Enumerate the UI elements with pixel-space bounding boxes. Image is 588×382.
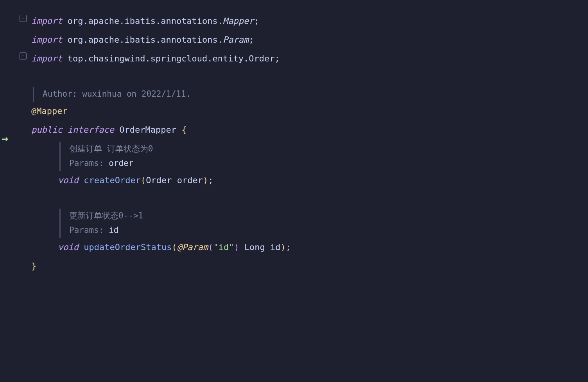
code-line: import org.apache.ibatis.annotations.Par… [31,31,588,49]
keyword-void: void [58,173,79,187]
doc-comment-block: Author: wuxinhua on 2022/1/11. [33,87,588,102]
doc-comment-line: Params: id [69,223,588,238]
keyword-void: void [58,240,79,254]
doc-comment-block: 更新订单状态0-->1 Params: id [59,209,588,238]
arrow-indicator-icon: → [2,130,8,148]
class-ref: Param [223,33,249,47]
param-name: id [270,240,281,254]
code-editor[interactable]: − − → import org.apache.ibatis.annotatio… [0,0,588,382]
code-line: @Mapper [31,102,588,121]
param-type: Order [146,173,172,187]
doc-comment-block: 创建订单 订单状态为0 Params: order [59,142,588,171]
string-literal: "id" [213,240,234,254]
package-path: org.apache.ibatis.annotations. [68,14,223,28]
param-name: order [177,173,203,187]
keyword-import: import [31,52,62,65]
code-line: import top.chasingwind.springcloud.entit… [31,49,588,68]
method-name: createOrder [84,173,141,187]
fold-icon[interactable]: − [20,15,27,22]
package-path: org.apache.ibatis.annotations. [68,33,223,47]
interface-name: OrderMapper [119,123,176,137]
code-content[interactable]: import org.apache.ibatis.annotations.Map… [28,0,588,382]
param-type: Long [244,240,265,254]
brace-open: { [181,123,186,137]
doc-comment-line: 更新订单状态0-->1 [69,209,588,223]
annotation-mapper: @Mapper [31,104,68,118]
keyword-interface: interface [68,123,114,137]
keyword-import: import [31,33,62,47]
code-line: import org.apache.ibatis.annotations.Map… [31,12,588,31]
doc-comment-line: 创建订单 订单状态为0 [69,142,588,157]
blank-line [31,68,588,87]
brace-close: } [31,259,36,273]
editor-gutter: − − → [0,0,28,382]
code-line: public interface OrderMapper { [31,121,588,139]
fold-icon[interactable]: − [20,52,27,59]
keyword-public: public [31,123,62,137]
method-name: updateOrderStatus [84,240,172,254]
author-comment: Author: wuxinhua on 2022/1/11. [43,87,588,102]
code-line: void updateOrderStatus(@Param("id") Long… [31,238,588,257]
doc-comment-line: Params: order [69,156,588,171]
class-ref: Mapper [223,14,254,28]
code-line: void createOrder(Order order); [31,171,588,190]
blank-line [31,190,588,209]
package-path: top.chasingwind.springcloud.entity.Order… [68,52,280,65]
keyword-import: import [31,14,62,28]
code-line: } [31,257,588,276]
annotation-param: @Param [177,240,208,254]
